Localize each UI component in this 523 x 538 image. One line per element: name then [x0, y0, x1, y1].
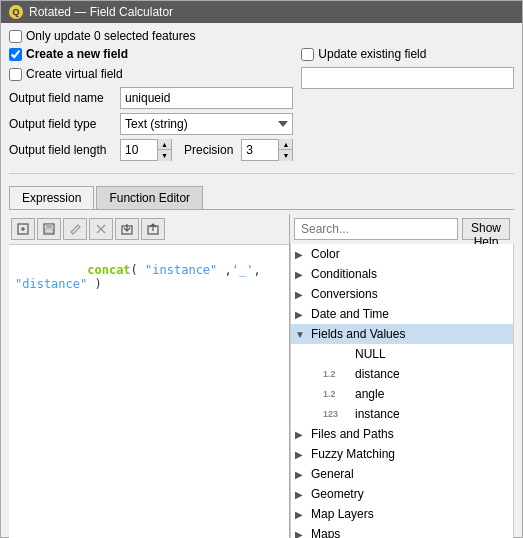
- left-editor: concat( "instance" ,'_', "distance" ): [9, 214, 290, 538]
- tree-item-conversions[interactable]: ▶ Conversions: [291, 284, 513, 304]
- precision-down-btn[interactable]: ▼: [278, 150, 292, 161]
- top-section: Create a new field Create virtual field …: [9, 47, 514, 165]
- right-editor: Show Help ▶ Color ▶ Conditionals ▶: [290, 214, 514, 538]
- expression-toolbar: [9, 214, 289, 245]
- general-label: General: [311, 467, 509, 481]
- date-time-label: Date and Time: [311, 307, 509, 321]
- output-type-select[interactable]: Text (string) Integer Decimal Date: [120, 113, 293, 135]
- upload-expr-btn[interactable]: [141, 218, 165, 240]
- app-icon: Q: [9, 5, 23, 19]
- show-help-button[interactable]: Show Help: [462, 218, 510, 240]
- editor-panels: concat( "instance" ,'_', "distance" ) Sh…: [9, 214, 514, 538]
- output-type-label: Output field type: [9, 117, 114, 131]
- delete-icon: [94, 222, 108, 236]
- load-expr-btn[interactable]: [115, 218, 139, 240]
- precision-spinner[interactable]: ▲ ▼: [241, 139, 293, 161]
- tree-child-null[interactable]: NULL: [291, 344, 513, 364]
- main-content: Only update 0 selected features Create a…: [1, 23, 522, 538]
- precision-input[interactable]: [242, 141, 278, 159]
- precision-spinner-btns: ▲ ▼: [278, 139, 292, 161]
- save-icon: [42, 222, 56, 236]
- update-existing-label[interactable]: Update existing field: [301, 47, 514, 61]
- tree-item-files-paths[interactable]: ▶ Files and Paths: [291, 424, 513, 444]
- tree-item-fields-values[interactable]: ▼ Fields and Values: [291, 324, 513, 344]
- upload-icon: [146, 222, 160, 236]
- tree-item-conditionals[interactable]: ▶ Conditionals: [291, 264, 513, 284]
- create-new-field-label[interactable]: Create a new field: [9, 47, 293, 61]
- divider: [9, 173, 514, 174]
- svg-rect-4: [46, 224, 52, 228]
- tree-item-date-time[interactable]: ▶ Date and Time: [291, 304, 513, 324]
- create-field-panel: Create a new field Create virtual field …: [9, 47, 293, 165]
- maps-arrow: ▶: [295, 529, 311, 539]
- fuzzy-arrow: ▶: [295, 449, 311, 460]
- maps-label: Maps: [311, 527, 509, 538]
- load-icon: [120, 222, 134, 236]
- null-label: NULL: [355, 347, 386, 361]
- precision-up-btn[interactable]: ▲: [278, 139, 292, 150]
- conversions-label: Conversions: [311, 287, 509, 301]
- create-virtual-field-checkbox[interactable]: [9, 68, 22, 81]
- update-existing-box[interactable]: [301, 67, 514, 89]
- only-update-label[interactable]: Only update 0 selected features: [9, 29, 195, 43]
- length-down-btn[interactable]: ▼: [157, 150, 171, 161]
- svg-rect-5: [45, 229, 53, 233]
- create-virtual-field-label[interactable]: Create virtual field: [9, 67, 293, 81]
- new-expr-btn[interactable]: [11, 218, 35, 240]
- color-arrow: ▶: [295, 249, 311, 260]
- length-spinner[interactable]: ▲ ▼: [120, 139, 172, 161]
- tree-child-instance[interactable]: 123 instance: [291, 404, 513, 424]
- output-name-row: Output field name: [9, 87, 293, 109]
- tree-item-maps[interactable]: ▶ Maps: [291, 524, 513, 538]
- files-paths-label: Files and Paths: [311, 427, 509, 441]
- delete-expr-btn[interactable]: [89, 218, 113, 240]
- update-existing-checkbox[interactable]: [301, 48, 314, 61]
- tree-item-fuzzy[interactable]: ▶ Fuzzy Matching: [291, 444, 513, 464]
- map-layers-arrow: ▶: [295, 509, 311, 520]
- length-spinner-btns: ▲ ▼: [157, 139, 171, 161]
- only-update-row: Only update 0 selected features: [9, 29, 514, 43]
- tree-child-angle[interactable]: 1.2 angle: [291, 384, 513, 404]
- tab-expression[interactable]: Expression: [9, 186, 94, 209]
- tree-item-map-layers[interactable]: ▶ Map Layers: [291, 504, 513, 524]
- precision-label: Precision: [184, 143, 233, 157]
- only-update-checkbox[interactable]: [9, 30, 22, 43]
- function-tree: ▶ Color ▶ Conditionals ▶ Conversions: [290, 244, 514, 538]
- titlebar: Q Rotated — Field Calculator: [1, 1, 522, 23]
- edit-icon: [68, 222, 82, 236]
- length-up-btn[interactable]: ▲: [157, 139, 171, 150]
- fields-values-arrow: ▼: [295, 329, 311, 340]
- length-input[interactable]: [121, 141, 157, 159]
- conditionals-label: Conditionals: [311, 267, 509, 281]
- date-time-arrow: ▶: [295, 309, 311, 320]
- map-layers-label: Map Layers: [311, 507, 509, 521]
- fuzzy-label: Fuzzy Matching: [311, 447, 509, 461]
- update-existing-panel: Update existing field: [301, 47, 514, 165]
- output-type-row: Output field type Text (string) Integer …: [9, 113, 293, 135]
- distance-label: distance: [355, 367, 400, 381]
- edit-expr-btn[interactable]: [63, 218, 87, 240]
- window: Q Rotated — Field Calculator Only update…: [0, 0, 523, 538]
- expr-keyword: concat: [87, 263, 130, 277]
- output-length-label: Output field length: [9, 143, 114, 157]
- tab-function-editor[interactable]: Function Editor: [96, 186, 203, 209]
- search-input[interactable]: [294, 218, 458, 240]
- create-new-field-checkbox[interactable]: [9, 48, 22, 61]
- general-arrow: ▶: [295, 469, 311, 480]
- tabs-container: Expression Function Editor: [9, 186, 514, 210]
- window-title: Rotated — Field Calculator: [29, 5, 173, 19]
- tree-child-distance[interactable]: 1.2 distance: [291, 364, 513, 384]
- save-expr-btn[interactable]: [37, 218, 61, 240]
- conversions-arrow: ▶: [295, 289, 311, 300]
- output-name-label: Output field name: [9, 91, 114, 105]
- geometry-label: Geometry: [311, 487, 509, 501]
- instance-label: instance: [355, 407, 400, 421]
- output-length-row: Output field length ▲ ▼ Precision ▲: [9, 139, 293, 161]
- angle-label: angle: [355, 387, 384, 401]
- output-name-input[interactable]: [120, 87, 293, 109]
- expression-display[interactable]: concat( "instance" ,'_', "distance" ): [9, 245, 289, 538]
- tree-item-color[interactable]: ▶ Color: [291, 244, 513, 264]
- geometry-arrow: ▶: [295, 489, 311, 500]
- tree-item-geometry[interactable]: ▶ Geometry: [291, 484, 513, 504]
- tree-item-general[interactable]: ▶ General: [291, 464, 513, 484]
